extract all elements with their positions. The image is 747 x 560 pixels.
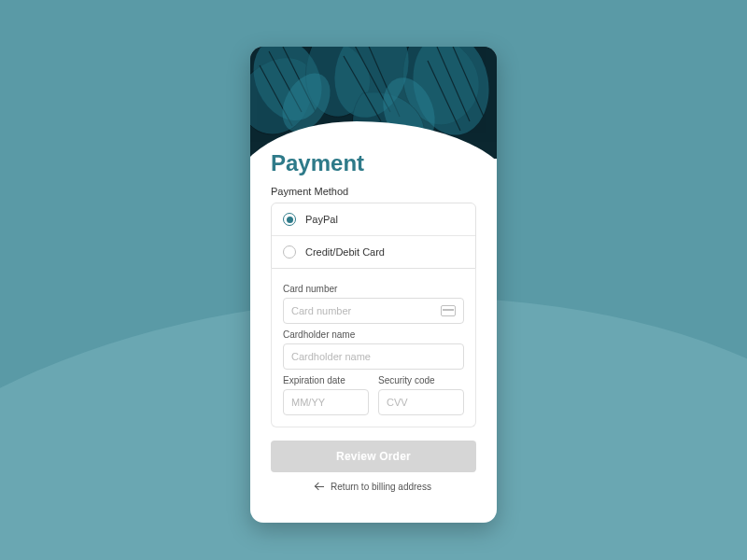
hero-image — [250, 47, 497, 159]
card-number-label: Card number — [283, 284, 464, 294]
cardholder-label: Cardholder name — [283, 329, 464, 340]
placeholder-text: CVV — [387, 397, 408, 408]
option-label: PayPal — [305, 214, 338, 225]
credit-card-icon — [441, 305, 456, 316]
content: Payment Payment Method PayPal Credit/Deb… — [250, 145, 497, 523]
review-order-button[interactable]: Review Order — [271, 441, 476, 472]
arrow-left-icon — [316, 483, 325, 492]
return-link[interactable]: Return to billing address — [271, 482, 476, 492]
payment-method-options: PayPal Credit/Debit Card — [271, 203, 476, 269]
placeholder-text: MM/YY — [291, 397, 325, 408]
return-link-label: Return to billing address — [331, 482, 431, 492]
cvv-label: Security code — [378, 375, 464, 385]
cardholder-input[interactable]: Cardholder name — [283, 343, 464, 370]
expiry-input[interactable]: MM/YY — [283, 389, 369, 415]
option-credit-card[interactable]: Credit/Debit Card — [272, 236, 475, 268]
radio-selected-icon — [283, 213, 296, 226]
card-number-input[interactable]: Card number — [283, 298, 464, 324]
radio-unselected-icon — [283, 245, 296, 259]
option-paypal[interactable]: PayPal — [272, 203, 475, 235]
payment-method-label: Payment Method — [271, 186, 476, 197]
payment-card: Payment Payment Method PayPal Credit/Deb… — [250, 47, 497, 523]
placeholder-text: Cardholder name — [291, 351, 371, 362]
page-title: Payment — [271, 150, 476, 176]
card-form: Card number Card number Cardholder name … — [271, 269, 476, 427]
placeholder-text: Card number — [291, 305, 351, 316]
cvv-input[interactable]: CVV — [378, 389, 464, 415]
expiry-label: Expiration date — [283, 375, 369, 385]
option-label: Credit/Debit Card — [305, 246, 385, 258]
